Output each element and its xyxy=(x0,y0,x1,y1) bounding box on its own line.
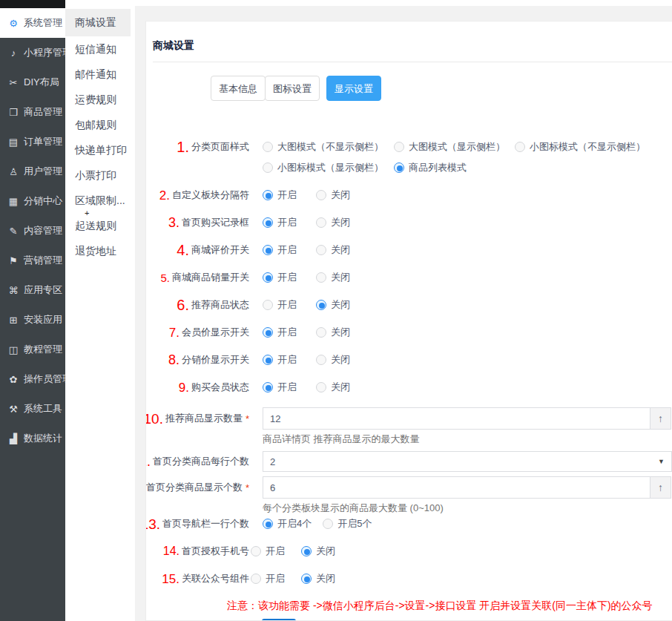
radio-icon xyxy=(251,546,261,556)
submenu-item-express-sheet-print[interactable]: 快递单打印 xyxy=(65,137,135,162)
tab-basic-info[interactable]: 基本信息 xyxy=(211,76,266,101)
radio-icon xyxy=(394,142,404,152)
radio-option-label: 开启 xyxy=(266,545,285,558)
goods-icon: ❒ xyxy=(7,107,19,118)
category-page-style-option[interactable]: 小图标模式（显示侧栏） xyxy=(263,161,394,174)
field-label-text: 首页分类商品每行个数 xyxy=(153,455,249,468)
sidebar-item-label: 订单管理 xyxy=(24,135,62,148)
official-account-component-option[interactable]: 开启 xyxy=(251,572,285,585)
sidebar-item-miniprogram-management[interactable]: ♪小程序管理 xyxy=(0,38,65,68)
category-page-style-option[interactable]: 大图模式（显示侧栏） xyxy=(394,140,515,154)
field-control: 开启关闭 xyxy=(251,571,352,586)
radio-option-label: 开启 xyxy=(277,216,297,229)
sidebar-item-system-management[interactable]: ⚙系统管理 xyxy=(0,8,65,38)
form-row-recommend-goods-count: 10.推荐商品显示数量*↑商品详情页 推荐商品显示的最大数量 xyxy=(153,407,672,445)
category-page-style-option[interactable]: 大图模式（不显示侧栏） xyxy=(263,140,394,154)
submenu-list: 商城设置短信通知邮件通知运费规则包邮规则快递单打印小票打印区域限制...起送规则… xyxy=(65,9,135,263)
category-page-style-option[interactable]: 商品列表模式 xyxy=(394,161,467,174)
radio-icon xyxy=(316,190,326,200)
annotation-number: 9. xyxy=(179,381,189,394)
plus-marker: + xyxy=(85,208,89,217)
submenu-item-return-address[interactable]: 退货地址 xyxy=(65,238,135,263)
required-marker: * xyxy=(246,482,249,493)
member-price-switch-option[interactable]: 开启 xyxy=(263,326,297,339)
radio-option-label: 关闭 xyxy=(331,271,350,284)
home-auth-phone-option[interactable]: 开启 xyxy=(251,545,285,558)
custom-block-divider-option[interactable]: 开启 xyxy=(263,188,297,202)
field-label: 2.自定义板块分隔符 xyxy=(153,188,249,203)
home-auth-phone-option[interactable]: 关闭 xyxy=(301,545,335,558)
sidebar-item-install-app[interactable]: ⊞安装应用 xyxy=(0,305,65,335)
home-nav-per-row-option[interactable]: 开启4个 xyxy=(263,517,312,530)
recommend-goods-count-input[interactable] xyxy=(263,408,650,429)
mall-sales-switch-option[interactable]: 开启 xyxy=(263,271,297,284)
sidebar-item-distribution-center[interactable]: ▦分销中心 xyxy=(0,186,65,216)
distribution-price-switch-option[interactable]: 开启 xyxy=(263,353,297,367)
sidebar-item-tutorial-management[interactable]: ◫教程管理 xyxy=(0,335,65,364)
submenu-item-receipt-print[interactable]: 小票打印 xyxy=(65,162,135,188)
submenu-item-freight-rules[interactable]: 运费规则 xyxy=(65,87,135,112)
home-category-count-input[interactable] xyxy=(263,477,650,498)
sidebar-item-content-management[interactable]: ✎内容管理 xyxy=(0,216,65,246)
radio-option-label: 关闭 xyxy=(316,545,335,558)
mall-sales-switch-option[interactable]: 关闭 xyxy=(316,271,350,284)
recommend-goods-status-option[interactable]: 关闭 xyxy=(316,298,350,312)
form-row-home-category-count: 12.首页分类商品显示个数*↑每个分类板块显示的商品最大数量 (0~100) xyxy=(153,476,672,514)
sidebar-item-marketing-management[interactable]: ⚑营销管理 xyxy=(0,246,65,275)
sidebar-menu: ⚙系统管理♪小程序管理✂DIY布局❒商品管理▤订单管理♙用户管理▦分销中心✎内容… xyxy=(0,8,65,453)
annotation-number: 5. xyxy=(160,272,170,283)
official-account-component-option[interactable]: 关闭 xyxy=(301,572,335,585)
radio-option-label: 开启4个 xyxy=(277,517,312,530)
home-purchase-record-option[interactable]: 关闭 xyxy=(316,216,350,229)
home-purchase-record-option[interactable]: 开启 xyxy=(263,216,297,229)
app-layout: ⚙系统管理♪小程序管理✂DIY布局❒商品管理▤订单管理♙用户管理▦分销中心✎内容… xyxy=(0,0,672,621)
mall-review-switch-option[interactable]: 关闭 xyxy=(316,243,350,257)
radio-option-label: 开启 xyxy=(266,572,285,585)
radio-option-label: 关闭 xyxy=(331,188,350,202)
sidebar-item-operator-management[interactable]: ✿操作员管理 xyxy=(0,364,65,394)
distribution-price-switch-option[interactable]: 关闭 xyxy=(316,353,350,367)
buy-member-status-option[interactable]: 开启 xyxy=(263,381,297,394)
sidebar-item-label: 安装应用 xyxy=(24,313,62,326)
radio-icon xyxy=(316,217,326,228)
tab-display-settings[interactable]: 显示设置 xyxy=(326,76,381,101)
field-label-text: 自定义板块分隔符 xyxy=(172,188,249,202)
form-row-home-category-per-row: 11.首页分类商品每行个数2▼ xyxy=(153,451,672,472)
radio-icon xyxy=(316,327,326,338)
sidebar-item-user-management[interactable]: ♙用户管理 xyxy=(0,157,65,186)
stepper-up-button[interactable]: ↑ xyxy=(650,477,671,498)
radio-line: 开启关闭 xyxy=(263,325,369,340)
field-label: 13.首页导航栏一行个数 xyxy=(153,516,249,531)
field-control: 开启4个开启5个 xyxy=(263,516,383,531)
sidebar-item-goods-management[interactable]: ❒商品管理 xyxy=(0,97,65,127)
radio-icon xyxy=(263,382,273,392)
sidebar-item-order-management[interactable]: ▤订单管理 xyxy=(0,127,65,157)
submenu-item-area-restriction[interactable]: 区域限制... xyxy=(65,188,135,213)
home-category-per-row-select[interactable]: 2▼ xyxy=(263,451,672,472)
tab-icon-settings[interactable]: 图标设置 xyxy=(265,76,320,101)
sidebar-item-app-zone[interactable]: ⌘应用专区 xyxy=(0,275,65,305)
custom-block-divider-option[interactable]: 关闭 xyxy=(316,188,350,202)
sidebar-item-system-tools[interactable]: ⚒系统工具 xyxy=(0,394,65,424)
submenu-item-sms-notification[interactable]: 短信通知 xyxy=(65,36,135,62)
home-nav-per-row-option[interactable]: 开启5个 xyxy=(323,517,372,530)
submenu-item-email-notification[interactable]: 邮件通知 xyxy=(65,62,135,87)
sidebar-item-diy-layout[interactable]: ✂DIY布局 xyxy=(0,68,65,97)
submenu-item-min-delivery-rules[interactable]: 起送规则 xyxy=(65,213,135,238)
submenu-item-free-shipping-rules[interactable]: 包邮规则 xyxy=(65,112,135,137)
main-sidebar: ⚙系统管理♪小程序管理✂DIY布局❒商品管理▤订单管理♙用户管理▦分销中心✎内容… xyxy=(0,0,65,621)
submenu-item-mall-settings[interactable]: 商城设置 xyxy=(65,9,131,36)
buy-member-status-option[interactable]: 关闭 xyxy=(316,381,350,394)
radio-line: 开启关闭 xyxy=(263,380,369,395)
radio-icon xyxy=(263,300,273,310)
category-page-style-option[interactable]: 小图标模式（不显示侧栏） xyxy=(515,140,645,154)
field-label: 1.分类页面样式 xyxy=(153,139,249,154)
recommend-goods-status-option[interactable]: 开启 xyxy=(263,298,297,312)
mall-review-switch-option[interactable]: 开启 xyxy=(263,243,297,257)
field-label-text: 商城商品销量开关 xyxy=(172,271,249,284)
stepper-up-button[interactable]: ↑ xyxy=(650,408,671,429)
form-row-home-purchase-record: 3.首页购买记录框开启关闭 xyxy=(153,215,672,230)
sidebar-item-data-statistics[interactable]: ▟数据统计 xyxy=(0,424,65,453)
title-divider xyxy=(153,62,672,62)
member-price-switch-option[interactable]: 关闭 xyxy=(316,326,350,339)
